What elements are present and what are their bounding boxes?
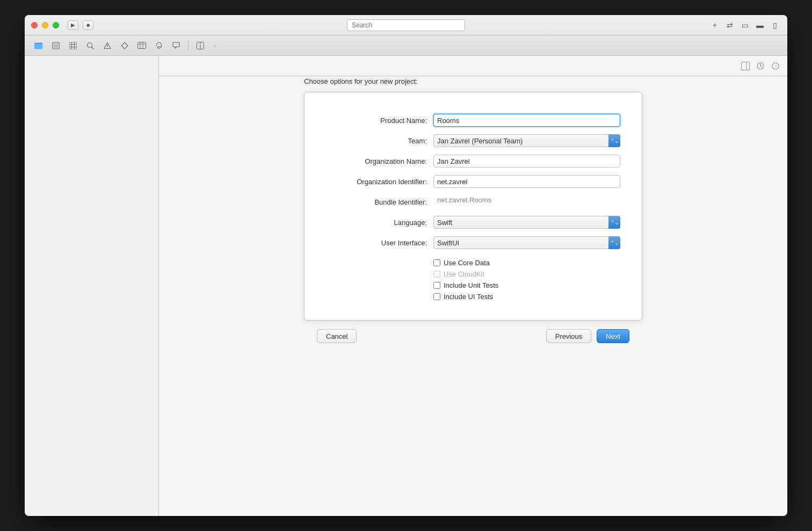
stop-button[interactable]: ■ — [83, 20, 93, 30]
warning-icon[interactable] — [100, 38, 115, 53]
language-select-wrapper: Swift ⌃⌄ — [433, 216, 620, 229]
footer-right-buttons: Previous Next — [546, 329, 629, 343]
maximize-button[interactable] — [53, 22, 59, 28]
titlebar: ▶ ■ ＋ ⇄ ▭ ▬ ▯ — [25, 15, 787, 35]
org-name-row: Organization Name: — [326, 155, 620, 168]
editor-icon[interactable]: ▬ — [754, 19, 766, 31]
toolbar-divider — [188, 40, 189, 51]
folder-icon[interactable] — [31, 38, 46, 53]
chat-icon[interactable] — [169, 38, 184, 53]
content-area: ? No Selection Choose options for your n… — [25, 56, 787, 516]
language-select[interactable]: Swift — [433, 216, 620, 229]
sidebar — [25, 56, 159, 516]
modal-subtitle: Choose options for your new project: — [304, 77, 418, 85]
modal-content: Product Name: Team: Jan Zavrel (Personal… — [304, 92, 642, 321]
sidebar-right-icon[interactable]: ▯ — [769, 19, 781, 31]
svg-line-10 — [92, 47, 94, 49]
sidebar-left-icon[interactable]: ▭ — [739, 19, 751, 31]
search-icon[interactable] — [83, 38, 98, 53]
table-icon[interactable] — [134, 38, 149, 53]
minimize-button[interactable] — [42, 22, 48, 28]
cancel-button[interactable]: Cancel — [317, 329, 357, 343]
titlebar-controls: ▶ ■ — [68, 20, 93, 30]
play-button[interactable]: ▶ — [68, 20, 78, 30]
team-select[interactable]: Jan Zavrel (Personal Team) — [433, 134, 620, 147]
team-select-wrapper: Jan Zavrel (Personal Team) ⌃⌄ — [433, 134, 620, 147]
svg-rect-13 — [138, 42, 146, 49]
modal-footer: Cancel Previous Next — [304, 321, 642, 343]
toolbar: ‹ — [25, 35, 787, 56]
include-unit-tests-label: Include Unit Tests — [444, 281, 498, 289]
main-panel: ? No Selection Choose options for your n… — [159, 56, 787, 516]
next-button[interactable]: Next — [597, 329, 629, 343]
user-interface-row: User Interface: SwiftUI ⌃⌄ — [326, 236, 620, 249]
svg-rect-8 — [69, 42, 77, 49]
bundle-id-row: Bundle Identifier: net.zavrel.Rooms — [326, 195, 620, 208]
close-button[interactable] — [31, 22, 38, 28]
org-id-input[interactable] — [433, 175, 620, 188]
org-name-input[interactable] — [433, 155, 620, 168]
product-name-input[interactable] — [433, 114, 620, 127]
team-label: Team: — [326, 137, 433, 145]
previous-button[interactable]: Previous — [546, 329, 592, 343]
org-name-label: Organization Name: — [326, 157, 433, 165]
svg-rect-3 — [54, 43, 58, 48]
square-icon[interactable] — [48, 38, 63, 53]
bundle-id-label: Bundle Identifier: — [326, 198, 433, 206]
use-cloudkit-checkbox[interactable] — [433, 271, 440, 278]
diamond-icon[interactable] — [117, 38, 132, 53]
language-label: Language: — [326, 219, 433, 227]
bundle-id-value: net.zavrel.Rooms — [433, 195, 620, 208]
traffic-lights — [31, 22, 59, 28]
product-name-row: Product Name: — [326, 114, 620, 127]
use-cloudkit-row: Use CloudKit — [433, 270, 620, 278]
search-input[interactable] — [347, 19, 465, 31]
org-id-label: Organization Identifier: — [326, 178, 433, 186]
modal-overlay: Choose options for your new project: Pro… — [159, 56, 787, 516]
product-name-label: Product Name: — [326, 117, 433, 125]
use-cloudkit-label: Use CloudKit — [444, 270, 484, 278]
plus-icon[interactable]: ＋ — [709, 19, 721, 31]
lasso-icon[interactable] — [151, 38, 166, 53]
svg-rect-1 — [34, 44, 42, 49]
layout-icon[interactable] — [193, 38, 208, 53]
grid-icon[interactable] — [66, 38, 81, 53]
main-window: ▶ ■ ＋ ⇄ ▭ ▬ ▯ — [25, 15, 787, 516]
use-core-data-row: Use Core Data — [433, 259, 620, 267]
team-row: Team: Jan Zavrel (Personal Team) ⌃⌄ — [326, 134, 620, 147]
use-core-data-label: Use Core Data — [444, 259, 490, 267]
include-ui-tests-label: Include UI Tests — [444, 293, 493, 301]
include-unit-tests-row: Include Unit Tests — [433, 281, 620, 289]
titlebar-center — [347, 19, 465, 31]
user-interface-select[interactable]: SwiftUI — [433, 236, 620, 249]
checkboxes-area: Use Core Data Use CloudKit Include Unit … — [433, 257, 620, 301]
back-chevron-icon[interactable]: ‹ — [210, 40, 220, 52]
org-id-row: Organization Identifier: — [326, 175, 620, 188]
arrows-icon[interactable]: ⇄ — [724, 19, 736, 31]
include-ui-tests-row: Include UI Tests — [433, 293, 620, 301]
include-ui-tests-checkbox[interactable] — [433, 293, 440, 300]
user-interface-select-wrapper: SwiftUI ⌃⌄ — [433, 236, 620, 249]
language-row: Language: Swift ⌃⌄ — [326, 216, 620, 229]
use-core-data-checkbox[interactable] — [433, 259, 440, 266]
user-interface-label: User Interface: — [326, 239, 433, 247]
form-area: Product Name: Team: Jan Zavrel (Personal… — [305, 114, 642, 301]
svg-point-12 — [107, 47, 107, 48]
include-unit-tests-checkbox[interactable] — [433, 282, 440, 289]
titlebar-right: ＋ ⇄ ▭ ▬ ▯ — [709, 19, 781, 31]
